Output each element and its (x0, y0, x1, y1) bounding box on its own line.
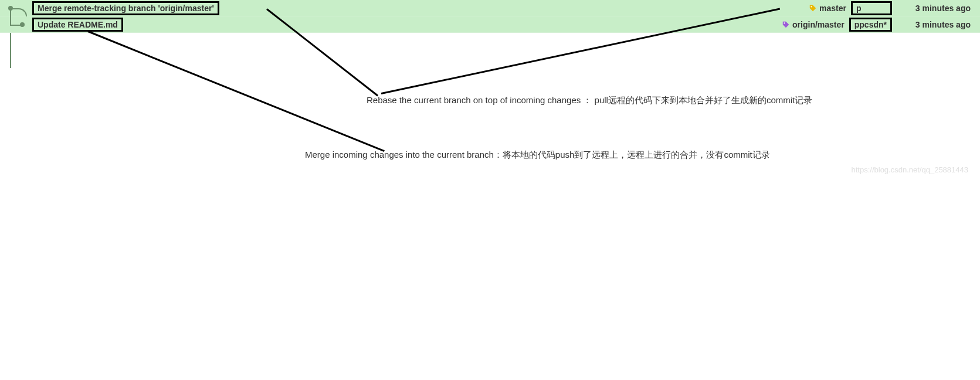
branch-tag: master (809, 4, 846, 13)
svg-point-0 (811, 6, 812, 7)
commit-message: Merge remote-tracking branch 'origin/mas… (32, 1, 219, 15)
annotation-line (87, 30, 384, 152)
commit-row[interactable]: Merge remote-tracking branch 'origin/mas… (0, 0, 980, 16)
branch-tag: origin/master (782, 20, 845, 29)
watermark: https://blog.csdn.net/qq_25881443 (852, 165, 969, 174)
annotation-rebase: Rebase the current branch on top of inco… (367, 95, 812, 106)
graph-column (0, 16, 32, 32)
author: ppcsdn* (849, 18, 892, 32)
svg-point-1 (784, 22, 785, 23)
commit-time: 3 minutes ago (898, 20, 980, 29)
tag-icon (782, 21, 790, 29)
commit-row[interactable]: Update README.md origin/master ppcsdn* 3… (0, 16, 980, 33)
branch-label: origin/master (792, 20, 845, 29)
annotation-merge: Merge incoming changes into the current … (305, 150, 770, 161)
commit-time: 3 minutes ago (898, 4, 980, 13)
commit-message: Update README.md (32, 18, 123, 32)
tag-icon (809, 4, 817, 12)
commit-list: Merge remote-tracking branch 'origin/mas… (0, 0, 980, 33)
author: p (851, 1, 892, 15)
branch-label: master (819, 4, 846, 13)
